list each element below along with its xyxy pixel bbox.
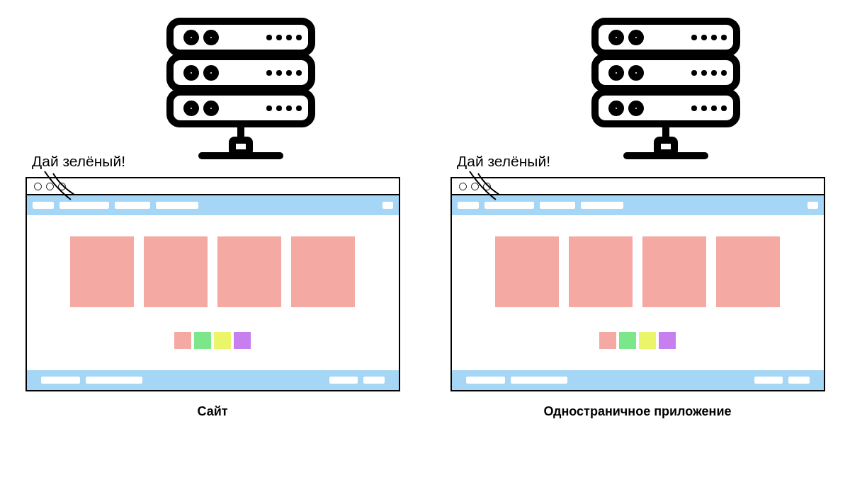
svg-point-29	[612, 69, 620, 77]
svg-point-42	[701, 105, 707, 111]
browser-footer	[27, 370, 399, 390]
toolbar-placeholder	[156, 202, 198, 209]
card-block	[495, 236, 559, 307]
color-picker	[174, 332, 251, 349]
svg-point-11	[286, 35, 292, 40]
speech-text: Дай зелёный!	[32, 153, 125, 169]
svg-point-27	[612, 33, 620, 42]
svg-point-34	[701, 35, 707, 40]
browser-titlebar	[27, 178, 399, 195]
svg-point-12	[296, 35, 302, 40]
svg-point-18	[276, 105, 282, 111]
browser-window	[450, 177, 825, 391]
svg-point-39	[711, 70, 717, 76]
svg-point-7	[187, 104, 196, 113]
browser-toolbar	[27, 195, 399, 215]
svg-point-20	[296, 105, 302, 111]
speech-bubble: Дай зелёный!	[32, 154, 125, 168]
svg-rect-22	[232, 140, 249, 153]
page-content	[452, 215, 824, 370]
svg-point-44	[721, 105, 727, 111]
server-icon	[163, 14, 319, 177]
footer-placeholder	[363, 377, 385, 384]
toolbar-placeholder	[115, 202, 150, 209]
panel-caption: Одностраничное приложение	[543, 404, 731, 419]
swatch-pink	[174, 332, 191, 349]
footer-placeholder	[754, 377, 783, 384]
content-cards	[495, 236, 780, 307]
svg-point-6	[207, 69, 215, 77]
page-content	[27, 215, 399, 370]
server-area: Дай зелёный!	[450, 14, 825, 177]
swatch-pink	[599, 332, 616, 349]
svg-point-31	[612, 104, 620, 113]
content-cards	[70, 236, 355, 307]
toolbar-placeholder	[382, 202, 393, 209]
card-block	[569, 236, 633, 307]
svg-point-38	[701, 70, 707, 76]
card-block	[291, 236, 355, 307]
svg-point-37	[691, 70, 697, 76]
speech-text: Дай зелёный!	[457, 153, 550, 169]
browser-window	[26, 177, 400, 391]
server-icon	[588, 14, 744, 177]
browser-footer	[452, 370, 824, 390]
svg-point-35	[711, 35, 717, 40]
panel-right: Дай зелёный!	[450, 14, 825, 490]
toolbar-placeholder	[540, 202, 575, 209]
svg-point-15	[286, 70, 292, 76]
server-area: Дай зелёный!	[25, 14, 400, 177]
svg-point-43	[711, 105, 717, 111]
card-block	[217, 236, 281, 307]
swatch-purple	[659, 332, 676, 349]
panel-left: Дай зелёный!	[25, 14, 400, 490]
toolbar-placeholder	[808, 202, 818, 209]
svg-point-9	[266, 35, 272, 40]
svg-point-40	[721, 70, 727, 76]
svg-point-32	[632, 104, 640, 113]
svg-point-19	[286, 105, 292, 111]
card-block	[70, 236, 134, 307]
card-block	[144, 236, 208, 307]
svg-point-36	[721, 35, 727, 40]
svg-point-17	[266, 105, 272, 111]
svg-point-13	[266, 70, 272, 76]
svg-point-5	[187, 69, 196, 77]
svg-point-14	[276, 70, 282, 76]
svg-rect-46	[657, 140, 674, 153]
browser-toolbar	[452, 195, 824, 215]
footer-placeholder	[86, 377, 142, 384]
swatch-yellow	[639, 332, 656, 349]
browser-titlebar	[452, 178, 824, 195]
svg-point-4	[207, 33, 215, 42]
svg-point-30	[632, 69, 640, 77]
color-picker	[599, 332, 676, 349]
speech-tail-icon	[464, 168, 506, 203]
swatch-purple	[234, 332, 251, 349]
card-block	[716, 236, 780, 307]
footer-placeholder	[511, 377, 567, 384]
footer-placeholder	[788, 377, 810, 384]
swatch-yellow	[214, 332, 231, 349]
svg-point-41	[691, 105, 697, 111]
svg-point-33	[691, 35, 697, 40]
swatch-green	[619, 332, 636, 349]
footer-placeholder	[466, 377, 505, 384]
svg-point-28	[632, 33, 640, 42]
footer-placeholder	[329, 377, 358, 384]
speech-tail-icon	[39, 168, 81, 203]
svg-point-10	[276, 35, 282, 40]
svg-point-8	[207, 104, 215, 113]
footer-placeholder	[41, 377, 80, 384]
svg-point-3	[187, 33, 196, 42]
speech-bubble: Дай зелёный!	[457, 154, 550, 168]
card-block	[642, 236, 706, 307]
swatch-green	[194, 332, 211, 349]
panel-caption: Сайт	[197, 404, 227, 419]
toolbar-placeholder	[581, 202, 623, 209]
svg-point-16	[296, 70, 302, 76]
